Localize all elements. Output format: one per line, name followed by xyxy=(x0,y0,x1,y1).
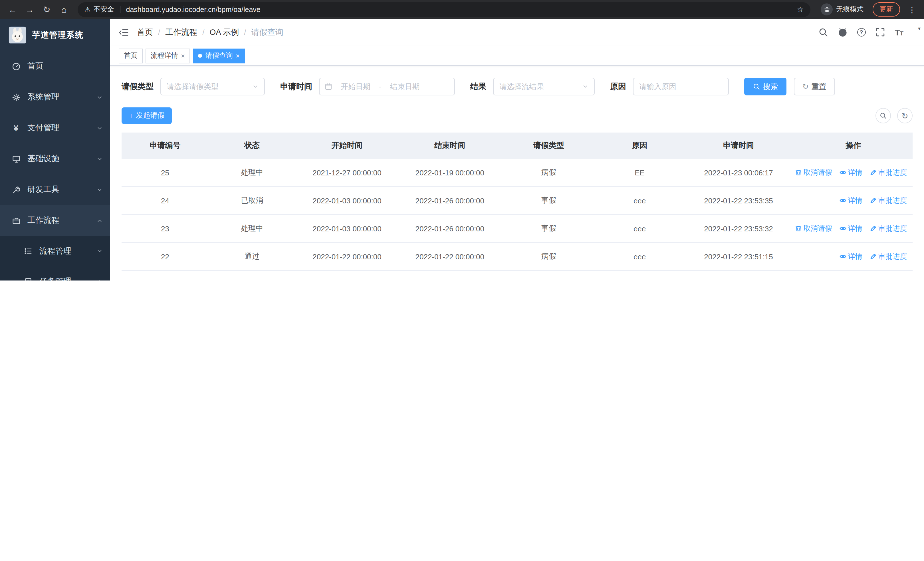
sidebar-item-system[interactable]: 系统管理 xyxy=(0,82,110,113)
tab-label: 流程详情 xyxy=(151,51,178,60)
leave-type-select[interactable]: 请选择请假类型 xyxy=(160,78,265,95)
search-button[interactable]: 搜索 xyxy=(744,78,786,95)
active-tab-dot xyxy=(198,54,202,58)
security-indicator[interactable]: ⚠ 不安全 xyxy=(84,5,114,14)
cell-apply-time: 2022-01-22 23:53:32 xyxy=(683,215,794,242)
cell-start-time: 2021-12-27 00:00:00 xyxy=(296,159,398,186)
date-range-picker[interactable]: - xyxy=(319,78,455,95)
help-icon[interactable]: ? xyxy=(857,28,866,36)
sidebar-logo[interactable]: 芋道管理系统 xyxy=(0,19,110,51)
cell-reason: eee xyxy=(596,186,683,215)
cell-reason: EE xyxy=(596,159,683,186)
detail-link[interactable]: 详情 xyxy=(840,224,862,233)
create-leave-button[interactable]: + 发起请假 xyxy=(122,107,172,124)
browser-home-icon[interactable]: ⌂ xyxy=(57,3,71,16)
collapse-sidebar-icon[interactable] xyxy=(119,27,129,38)
approval-progress-link[interactable]: 审批进度 xyxy=(870,224,907,233)
cancel-leave-link[interactable]: 取消请假 xyxy=(795,168,832,177)
cell-start-time: 2022-01-22 00:00:00 xyxy=(296,271,398,281)
reset-button[interactable]: ↻ 重置 xyxy=(794,78,835,95)
cell-apply-id: 22 xyxy=(122,242,208,271)
screen: ← → ↻ ⌂ ⚠ 不安全 dashboard.yudao.iocoder.cn… xyxy=(0,0,924,281)
breadcrumb-item[interactable]: OA 示例 xyxy=(210,27,239,38)
refresh-table-button[interactable]: ↻ xyxy=(897,108,913,123)
detail-link[interactable]: 详情 xyxy=(840,280,862,281)
cell-start-time: 2022-01-22 00:00:00 xyxy=(296,242,398,271)
sidebar-item-label: 首页 xyxy=(27,61,44,71)
table-row: 23 处理中 2022-01-03 00:00:00 2022-01-26 00… xyxy=(122,215,913,242)
chevron-down-icon xyxy=(96,125,103,131)
col-end-time: 结束时间 xyxy=(398,132,501,159)
warning-icon: ⚠ xyxy=(84,5,91,14)
col-apply-id: 申请编号 xyxy=(122,132,208,159)
tab-home[interactable]: 首页 xyxy=(119,48,142,63)
browser-back-icon[interactable]: ← xyxy=(6,3,20,16)
sidebar-item-home[interactable]: 首页 xyxy=(0,51,110,82)
url-text[interactable]: dashboard.yudao.iocoder.cn/bpm/oa/leave xyxy=(126,5,261,14)
sidebar-item-label: 流程管理 xyxy=(39,246,71,256)
sidebar-item-workflow[interactable]: 工作流程 xyxy=(0,205,110,236)
cell-leave-type: 事假 xyxy=(501,186,596,215)
approval-progress-link[interactable]: 审批进度 xyxy=(870,168,907,177)
cell-leave-type: 病假 xyxy=(501,271,596,281)
cell-start-time: 2022-01-03 00:00:00 xyxy=(296,215,398,242)
chevron-up-icon xyxy=(96,217,103,224)
close-icon[interactable]: × xyxy=(181,52,185,60)
browser-update-button[interactable]: 更新 xyxy=(873,2,900,17)
github-icon[interactable] xyxy=(837,27,847,37)
chevron-down-icon xyxy=(96,186,103,193)
list-icon xyxy=(23,247,33,256)
incognito-label: 无痕模式 xyxy=(836,5,864,14)
breadcrumb-item[interactable]: 工作流程 xyxy=(165,27,197,38)
incognito-icon xyxy=(821,3,832,15)
sidebar-item-task-management[interactable]: 任务管理 xyxy=(0,266,110,281)
sidebar-item-devtools[interactable]: 研发工具 xyxy=(0,174,110,205)
detail-link[interactable]: 详情 xyxy=(840,252,862,261)
result-select[interactable]: 请选择流结果 xyxy=(493,78,595,95)
tab-leave-query[interactable]: 请假查询 × xyxy=(193,48,245,63)
cancel-leave-link[interactable]: 取消请假 xyxy=(795,224,832,233)
browser-reload-icon[interactable]: ↻ xyxy=(40,3,54,16)
sidebar-item-infrastructure[interactable]: 基础设施 xyxy=(0,143,110,174)
table-body: 25 处理中 2021-12-27 00:00:00 2022-01-19 00… xyxy=(122,159,913,281)
approval-progress-link[interactable]: 审批进度 xyxy=(870,280,907,281)
breadcrumb-separator: / xyxy=(158,28,160,36)
cell-apply-time: 2022-01-23 00:06:17 xyxy=(683,159,794,186)
cell-status: 已取消 xyxy=(208,186,296,215)
leave-table: 申请编号 状态 开始时间 结束时间 请假类型 原因 申请时间 操作 25 处理中 xyxy=(122,132,913,281)
reason-input[interactable] xyxy=(639,82,723,91)
search-icon[interactable] xyxy=(818,27,828,37)
cell-start-time: 2022-01-03 00:00:00 xyxy=(296,186,398,215)
browser-forward-icon[interactable]: → xyxy=(23,3,36,16)
breadcrumb-item[interactable]: 首页 xyxy=(137,27,153,38)
start-date-input[interactable] xyxy=(334,82,376,91)
font-size-icon[interactable]: TT xyxy=(895,28,903,36)
col-start-time: 开始时间 xyxy=(296,132,398,159)
detail-link[interactable]: 详情 xyxy=(840,196,862,205)
wrench-icon xyxy=(11,185,21,194)
table-header-row: 申请编号 状态 开始时间 结束时间 请假类型 原因 申请时间 操作 xyxy=(122,132,913,159)
address-bar[interactable]: ⚠ 不安全 dashboard.yudao.iocoder.cn/bpm/oa/… xyxy=(78,2,810,17)
tab-process-detail[interactable]: 流程详情 × xyxy=(146,48,190,63)
cell-status: 处理中 xyxy=(208,215,296,242)
detail-link[interactable]: 详情 xyxy=(840,168,862,177)
sidebar-item-payment[interactable]: ¥ 支付管理 xyxy=(0,113,110,143)
end-date-input[interactable] xyxy=(384,82,426,91)
cell-end-time: 2022-01-26 00:00:00 xyxy=(398,215,501,242)
chevron-down-icon xyxy=(96,94,103,100)
logo-image xyxy=(9,26,26,44)
browser-menu-icon[interactable]: ⋮ xyxy=(906,5,918,14)
col-status: 状态 xyxy=(208,132,296,159)
fullscreen-icon[interactable] xyxy=(875,27,885,37)
cell-apply-time: 2022-01-22 23:49:46 xyxy=(683,271,794,281)
bookmark-star-icon[interactable]: ☆ xyxy=(797,5,804,14)
approval-progress-link[interactable]: 审批进度 xyxy=(870,196,907,205)
cancel-leave-link[interactable]: 取消请假 xyxy=(795,280,832,281)
toggle-search-button[interactable] xyxy=(876,108,891,123)
gear-icon xyxy=(11,93,21,101)
close-icon[interactable]: × xyxy=(236,52,240,60)
sidebar-item-process-management[interactable]: 流程管理 xyxy=(0,236,110,266)
refresh-icon: ↻ xyxy=(802,83,809,90)
approval-progress-link[interactable]: 审批进度 xyxy=(870,252,907,261)
chevron-down-icon xyxy=(96,248,103,254)
